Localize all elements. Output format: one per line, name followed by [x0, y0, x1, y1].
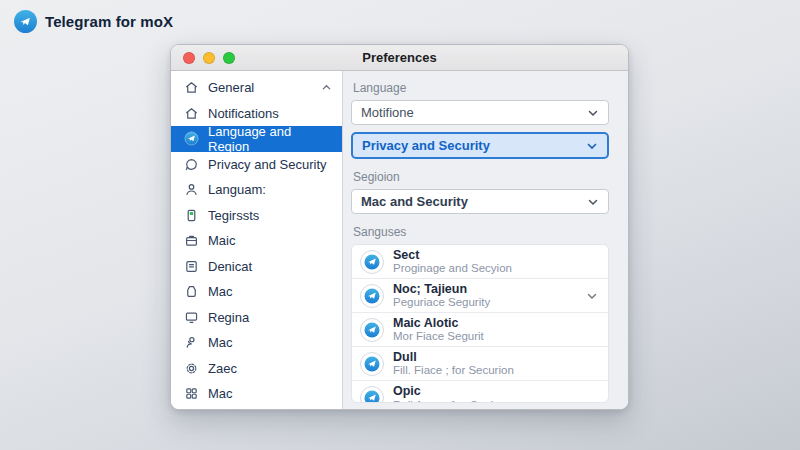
region-label: Segioion [353, 170, 609, 184]
sidebar-item-label: Denicat [208, 259, 252, 274]
sidebar-item-label: Language and Region [208, 124, 332, 154]
chevron-down-icon[interactable] [586, 290, 598, 302]
list-item-subtitle: Peguriace Segurity [393, 296, 490, 309]
gear-icon [183, 360, 199, 376]
list-item[interactable]: Opic Roll Aworg fon Segion [352, 381, 608, 403]
telegram-logo-icon [14, 10, 37, 33]
list-item-subtitle: Mor Fiace Segurit [393, 330, 484, 343]
house-icon [183, 80, 199, 96]
telegram-icon [360, 284, 384, 308]
sidebar-item-label: Tegirssts [208, 208, 259, 223]
sidebar-item-label: General [208, 80, 254, 95]
brand: Telegram for moX [14, 10, 173, 33]
chevron-down-icon [587, 107, 599, 119]
list-item-subtitle: Fill. Fiace ; for Securion [393, 364, 514, 377]
sidebar-item-general[interactable]: General [171, 75, 342, 101]
list-item[interactable]: Maic Alotic Mor Fiace Segurit [352, 313, 608, 347]
sidebar-item-tegirssts[interactable]: Tegirssts [171, 203, 342, 229]
list-item-subtitle: Proginage and Secyion [393, 262, 512, 275]
privacy-select-value: Privacy and Security [362, 138, 490, 153]
language-label: Language [353, 81, 609, 95]
list-item[interactable]: Noc; Tajieun Peguriace Segurity [352, 279, 608, 313]
list-item-title: Maic Alotic [393, 316, 484, 330]
region-select-value: Mac and Security [361, 194, 468, 209]
language-select-value: Motifione [361, 105, 414, 120]
telegram-icon [360, 250, 384, 274]
speech-bubble-icon [183, 156, 199, 172]
chevron-down-icon [587, 196, 599, 208]
pouch-icon [183, 284, 199, 300]
sidebar-item-label: Regina [208, 310, 249, 325]
languages-list: Sect Proginage and Secyion Noc; Tajieun … [351, 244, 609, 403]
region-select[interactable]: Mac and Security [351, 189, 609, 214]
list-label: Sanguses [353, 225, 609, 239]
sidebar-item-language-and-region[interactable]: Language and Region [171, 126, 342, 152]
sidebar-item-mac-1[interactable]: Mac [171, 279, 342, 305]
settings-pane: Language Motifione Privacy and Security … [343, 71, 628, 409]
list-item-title: Opic [393, 384, 506, 398]
sidebar-item-regina[interactable]: Regina [171, 305, 342, 331]
sidebar-item-notifications[interactable]: Notifications [171, 101, 342, 127]
titlebar: Preferences [171, 45, 628, 71]
smartphone-icon [183, 207, 199, 223]
sidebar-item-label: Zaec [208, 361, 237, 376]
telegram-icon [360, 386, 384, 403]
list-item-title: Dull [393, 350, 514, 364]
sidebar-item-label: Mac [208, 284, 233, 299]
sidebar: General Notifications Language and Regio… [171, 71, 343, 409]
sidebar-item-label: Mac [208, 335, 233, 350]
list-item[interactable]: Dull Fill. Fiace ; for Securion [352, 347, 608, 381]
briefcase-icon [183, 233, 199, 249]
list-item-title: Noc; Tajieun [393, 282, 490, 296]
sidebar-item-label: Notifications [208, 106, 279, 121]
sidebar-item-languam[interactable]: Languam: [171, 177, 342, 203]
sidebar-item-mac-2[interactable]: Mac [171, 330, 342, 356]
list-item-title: Sect [393, 248, 512, 262]
grid-icon [183, 386, 199, 402]
privacy-select[interactable]: Privacy and Security [351, 132, 609, 159]
preferences-window: Preferences General Notifications [170, 44, 629, 410]
chevron-down-icon [586, 140, 598, 152]
sidebar-item-mac-3[interactable]: Mac [171, 381, 342, 407]
sidebar-item-label: Privacy and Security [208, 157, 327, 172]
house-icon [183, 105, 199, 121]
sidebar-item-label: Languam: [208, 182, 266, 197]
sidebar-item-maic[interactable]: Maic [171, 228, 342, 254]
sidebar-item-privacy-and-security[interactable]: Privacy and Security [171, 152, 342, 178]
person-icon [183, 335, 199, 351]
telegram-icon [183, 131, 199, 147]
telegram-icon [360, 318, 384, 342]
monitor-icon [183, 309, 199, 325]
telegram-icon [360, 352, 384, 376]
sidebar-item-label: Maic [208, 233, 235, 248]
chevron-up-icon[interactable] [321, 82, 332, 93]
list-item[interactable]: Sect Proginage and Secyion [352, 245, 608, 279]
list-item-subtitle: Roll Aworg fon Segion [393, 399, 506, 403]
sidebar-item-zaec[interactable]: Zaec [171, 356, 342, 382]
sidebar-item-denicat[interactable]: Denicat [171, 254, 342, 280]
person-icon [183, 182, 199, 198]
document-icon [183, 258, 199, 274]
brand-title: Telegram for moX [45, 13, 173, 30]
window-title: Preferences [171, 50, 628, 65]
language-select[interactable]: Motifione [351, 100, 609, 125]
sidebar-item-label: Mac [208, 386, 233, 401]
